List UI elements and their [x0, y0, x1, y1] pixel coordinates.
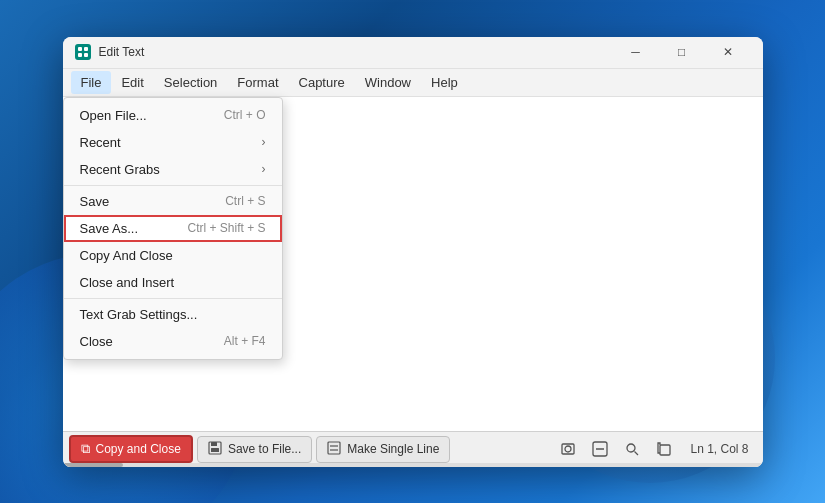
window-icon [75, 44, 91, 60]
menu-capture[interactable]: Capture [289, 71, 355, 94]
copy-close-icon: ⧉ [81, 441, 90, 457]
svg-rect-16 [660, 445, 670, 455]
svg-rect-5 [211, 442, 217, 446]
menu-selection[interactable]: Selection [154, 71, 227, 94]
make-single-line-label: Make Single Line [347, 442, 439, 456]
svg-point-14 [627, 444, 635, 452]
copy-close-label: Copy And Close [80, 248, 173, 263]
recent-arrow: › [262, 135, 266, 149]
maximize-button[interactable]: □ [659, 37, 705, 69]
scrollbar-track[interactable] [63, 463, 763, 467]
svg-rect-7 [328, 442, 340, 454]
copy-and-close-button[interactable]: ⧉ Copy and Close [69, 435, 193, 463]
recent-label: Recent [80, 135, 121, 150]
save-to-file-label: Save to File... [228, 442, 301, 456]
save-as-shortcut: Ctrl + Shift + S [187, 221, 265, 235]
search-icon-btn[interactable] [618, 435, 646, 463]
menu-bar: File Edit Selection Format Capture Windo… [63, 69, 763, 97]
text-grab-label: Text Grab Settings... [80, 307, 198, 322]
save-label: Save [80, 194, 110, 209]
copy-close-btn-label: Copy and Close [96, 442, 181, 456]
minus-icon-btn[interactable] [586, 435, 614, 463]
dropdown-recent-grabs[interactable]: Recent Grabs › [64, 156, 282, 183]
svg-rect-0 [78, 47, 82, 51]
menu-help[interactable]: Help [421, 71, 468, 94]
recent-grabs-arrow: › [262, 162, 266, 176]
main-window: Edit Text ─ □ ✕ File Edit Selection Form… [63, 37, 763, 467]
close-button[interactable]: ✕ [705, 37, 751, 69]
svg-rect-3 [84, 53, 88, 57]
separator-2 [64, 298, 282, 299]
line-col-info: Ln 1, Col 8 [682, 442, 756, 456]
minimize-button[interactable]: ─ [613, 37, 659, 69]
screenshot-icon-btn[interactable] [554, 435, 582, 463]
dropdown-close-insert[interactable]: Close and Insert [64, 269, 282, 296]
menu-edit[interactable]: Edit [111, 71, 153, 94]
svg-rect-2 [78, 53, 82, 57]
menu-window[interactable]: Window [355, 71, 421, 94]
save-file-icon [208, 441, 222, 458]
recent-grabs-label: Recent Grabs [80, 162, 160, 177]
status-bar: ⧉ Copy and Close Save to File... [63, 431, 763, 467]
dropdown-open-file[interactable]: Open File... Ctrl + O [64, 102, 282, 129]
close-shortcut: Alt + F4 [224, 334, 266, 348]
dropdown-copy-close[interactable]: Copy And Close [64, 242, 282, 269]
window-controls: ─ □ ✕ [613, 37, 751, 69]
save-to-file-button[interactable]: Save to File... [197, 436, 312, 463]
save-as-label: Save As... [80, 221, 139, 236]
open-file-label: Open File... [80, 108, 147, 123]
dropdown-save[interactable]: Save Ctrl + S [64, 188, 282, 215]
file-dropdown: Open File... Ctrl + O Recent › Recent Gr… [63, 97, 283, 360]
dropdown-recent[interactable]: Recent › [64, 129, 282, 156]
dropdown-close[interactable]: Close Alt + F4 [64, 328, 282, 355]
svg-point-11 [565, 446, 571, 452]
window-title: Edit Text [99, 45, 613, 59]
open-file-shortcut: Ctrl + O [224, 108, 266, 122]
close-label: Close [80, 334, 113, 349]
scrollbar-thumb[interactable] [63, 463, 123, 467]
menu-format[interactable]: Format [227, 71, 288, 94]
dropdown-text-grab-settings[interactable]: Text Grab Settings... [64, 301, 282, 328]
single-line-icon [327, 441, 341, 458]
close-insert-label: Close and Insert [80, 275, 175, 290]
dropdown-save-as[interactable]: Save As... Ctrl + Shift + S [64, 215, 282, 242]
menu-file[interactable]: File [71, 71, 112, 94]
svg-line-15 [635, 452, 639, 456]
title-bar: Edit Text ─ □ ✕ [63, 37, 763, 69]
save-shortcut: Ctrl + S [225, 194, 265, 208]
copy2-icon-btn[interactable] [650, 435, 678, 463]
svg-rect-6 [211, 448, 219, 452]
separator-1 [64, 185, 282, 186]
svg-rect-1 [84, 47, 88, 51]
make-single-line-button[interactable]: Make Single Line [316, 436, 450, 463]
